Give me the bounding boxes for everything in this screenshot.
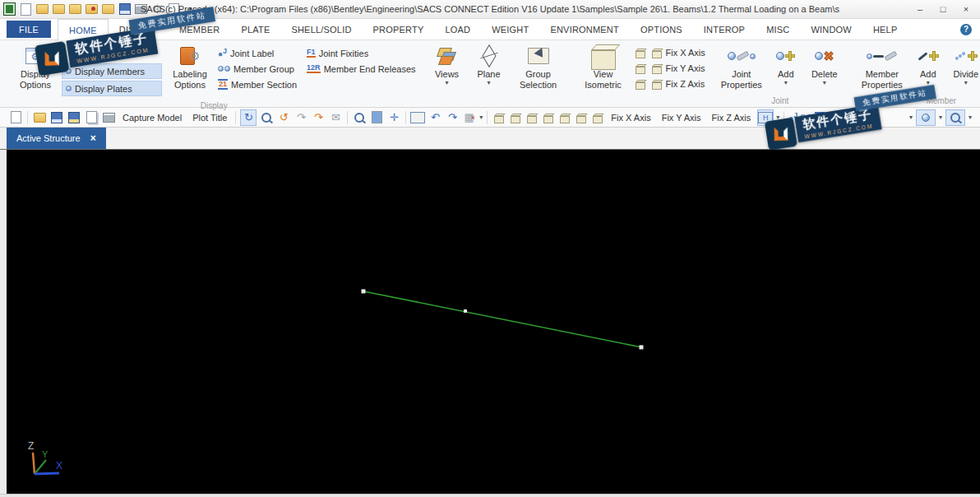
main-area: Z Y X [0, 150, 980, 494]
views-dropdown-icon[interactable]: ▾ [446, 80, 449, 86]
display-plates-toggle[interactable]: Display Plates [62, 81, 162, 96]
save-icon[interactable] [118, 3, 131, 15]
member-add-button[interactable]: Add ▾ [912, 42, 945, 88]
mail-view-icon[interactable]: ✉ [328, 110, 343, 125]
member-section-button[interactable]: 21 Member Section [218, 77, 297, 91]
tab-plate[interactable]: PLATE [230, 19, 280, 39]
cube-icon[interactable] [636, 51, 645, 58]
tab-shell-solid[interactable]: SHELL/SOLID [280, 19, 362, 39]
tab-file[interactable]: FILE [7, 21, 51, 38]
redo-view-icon[interactable]: ↷ [311, 110, 326, 125]
refresh-icon[interactable]: ↻ [240, 109, 257, 126]
toolbar-dropdown-icon[interactable]: ▾ [479, 114, 483, 121]
capture-model-button[interactable]: Capture Model [118, 113, 186, 123]
fix-x-axis-button[interactable]: Fix X Axis [607, 113, 654, 123]
tab-property[interactable]: PROPERTY [363, 19, 435, 39]
labeling-options-button[interactable]: ⚙ Labeling Options [164, 42, 215, 91]
zoom-select-icon[interactable] [259, 110, 274, 125]
layers-icon[interactable] [369, 110, 384, 125]
maximize-button[interactable]: □ [932, 2, 954, 16]
axis-x-label: X [56, 460, 62, 471]
tab-options[interactable]: OPTIONS [630, 19, 693, 39]
joint-fixities-button[interactable]: F1 Joint Fixities [307, 46, 415, 60]
joint-properties-button[interactable]: Joint Properties [716, 42, 767, 91]
open-recent-icon[interactable] [53, 3, 65, 15]
tab-interop[interactable]: INTEROP [693, 19, 756, 39]
rotate-icon[interactable]: ↺ [276, 110, 291, 125]
open-folder-icon[interactable] [32, 110, 47, 125]
save-icon[interactable] [49, 110, 64, 125]
delete-view-icon[interactable]: ▦× [462, 110, 477, 125]
member-group-button[interactable]: Member Group [218, 62, 297, 76]
cube-icon[interactable] [511, 116, 520, 123]
fix-x-axis-row[interactable]: Fix X Axis [633, 44, 705, 60]
joint-add-dropdown-icon[interactable]: ▾ [784, 80, 788, 86]
new-file-icon[interactable] [20, 3, 32, 15]
cube-icon[interactable] [652, 67, 662, 74]
joint-sphere-button[interactable] [916, 109, 936, 126]
model-canvas[interactable]: Z Y X [7, 150, 980, 494]
window-view-icon[interactable] [410, 110, 425, 125]
minimize-button[interactable]: – [909, 2, 931, 16]
member-properties-button[interactable]: Member Properties [854, 42, 910, 91]
print-icon[interactable] [135, 3, 147, 15]
joint-delete-button[interactable]: Delete ▾ [805, 42, 844, 88]
cube-icon[interactable] [652, 82, 662, 90]
cube-icon[interactable] [636, 82, 645, 90]
fix-y-axis-button[interactable]: Fix Y Axis [658, 113, 705, 123]
plot-title-button[interactable]: Plot Title [188, 113, 231, 123]
tab-misc[interactable]: MISC [756, 19, 800, 39]
undo-icon[interactable]: ↶ [428, 110, 442, 125]
print-icon[interactable] [101, 110, 116, 125]
orbit-icon[interactable]: ↷ [294, 110, 308, 125]
tab-window[interactable]: WINDOW [800, 19, 862, 39]
tab-close-icon[interactable]: × [90, 132, 96, 144]
cube-icon[interactable] [543, 116, 553, 123]
tab-environment[interactable]: ENVIRONMENT [539, 19, 629, 39]
group-selection-button[interactable]: Group Selection [511, 42, 566, 91]
fix-z-axis-button[interactable]: Fix Z Axis [708, 113, 756, 123]
cube-icon[interactable] [636, 67, 645, 74]
pan-icon[interactable]: ✛ [386, 110, 401, 125]
joint-label-button[interactable]: ●J Joint Label [218, 46, 297, 60]
save-as-icon[interactable] [67, 110, 81, 125]
cube-icon[interactable] [527, 116, 537, 123]
redo-icon[interactable]: ↷ [445, 110, 460, 125]
settings-gear-icon[interactable]: ⚙ [151, 3, 164, 15]
fix-z-axis-row[interactable]: Fix Z Axis [633, 76, 705, 91]
views-button[interactable]: Views ▾ [427, 42, 468, 88]
beam-drawing[interactable] [7, 150, 980, 494]
view-isometric-button[interactable]: View Isometric [576, 42, 631, 91]
open-model-icon[interactable] [69, 3, 81, 15]
plane-icon [480, 47, 498, 65]
cube-icon[interactable] [593, 116, 603, 123]
member-divide-dropdown-icon[interactable]: ▾ [964, 80, 968, 86]
zoom-icon[interactable] [352, 110, 367, 125]
copy-icon[interactable] [84, 110, 99, 125]
tab-load[interactable]: LOAD [434, 19, 481, 39]
joint-sphere-dropdown-icon[interactable]: ▾ [939, 114, 942, 121]
cube-icon[interactable] [494, 116, 504, 123]
joint-add-button[interactable]: Add ▾ [769, 42, 803, 88]
plane-dropdown-icon[interactable]: ▾ [488, 80, 491, 86]
new-file-icon[interactable] [8, 110, 23, 125]
close-button[interactable]: × [955, 2, 977, 16]
cube-icon[interactable] [560, 116, 570, 123]
open-marked-icon[interactable] [86, 3, 98, 15]
member-divide-button[interactable]: Divide ▾ [946, 42, 980, 88]
tab-help[interactable]: HELP [862, 19, 908, 39]
import-icon[interactable] [102, 3, 114, 15]
cube-icon[interactable] [652, 51, 662, 58]
joint-delete-dropdown-icon[interactable]: ▾ [823, 80, 826, 86]
plane-button[interactable]: Plane ▾ [469, 42, 509, 88]
open-folder-icon[interactable] [36, 3, 49, 15]
zoom-cursor-button[interactable] [945, 109, 965, 126]
active-structure-tab[interactable]: Active Structure × [7, 128, 106, 149]
zoom-cursor-dropdown-icon[interactable]: ▾ [968, 114, 972, 121]
member-end-releases-button[interactable]: 12R Member End Releases [307, 62, 415, 76]
cube-icon[interactable] [576, 116, 586, 123]
right-dropdown-icon[interactable]: ▾ [909, 114, 913, 121]
fix-y-axis-row[interactable]: Fix Y Axis [633, 60, 705, 76]
help-icon[interactable]: ? [960, 24, 972, 35]
tab-weight[interactable]: WEIGHT [481, 19, 539, 39]
